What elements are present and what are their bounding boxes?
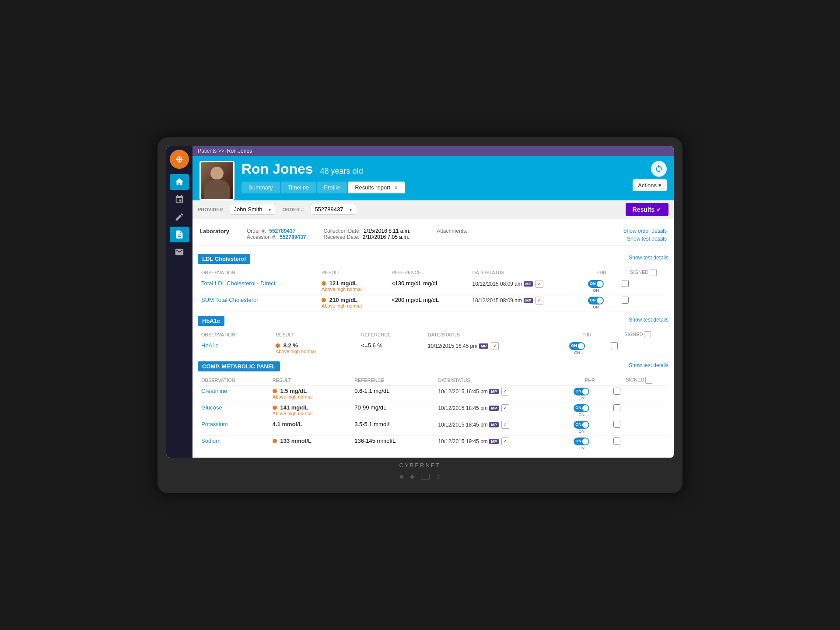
toggle-on-label: ON xyxy=(575,406,581,410)
tab-results-report[interactable]: Results report × xyxy=(348,182,405,193)
order-select[interactable]: 552789437 xyxy=(311,204,356,215)
metabolic-table-header: OBSERVATION RESULT REFERENCE DATE/STATUS… xyxy=(198,375,668,386)
device-bottom-controls xyxy=(166,470,674,482)
toggle-thumb xyxy=(597,281,603,287)
obs-phr-glucose: ON ON xyxy=(570,402,609,419)
phr-toggle[interactable]: ON ON xyxy=(574,404,589,417)
toggle-track[interactable]: ON xyxy=(588,297,604,304)
breadcrumb: Patients >> Ron Jones xyxy=(192,146,674,156)
toggle-track[interactable]: ON xyxy=(574,388,589,396)
provider-select[interactable]: John Smith xyxy=(230,204,275,215)
toggle-thumb xyxy=(582,438,588,444)
patient-photo-img xyxy=(201,162,233,199)
phr-toggle[interactable]: ON ON xyxy=(574,388,589,400)
toggle-track[interactable]: ON xyxy=(574,404,589,412)
toggle-on-label: ON xyxy=(575,422,581,427)
mp-badge: MP xyxy=(524,281,533,287)
obs-phr-hba1c: ON ON xyxy=(566,340,607,357)
hba1c-section: HbA1c Show test details OBSERVATION RESU… xyxy=(198,312,668,357)
show-order-details-link[interactable]: Show order details xyxy=(623,228,667,234)
show-test-details-link-lab[interactable]: Show test details xyxy=(627,236,667,242)
ldl-table-header: OBSERVATION RESULT REFERENCE DATE/STATUS… xyxy=(198,267,668,278)
table-row: SUM Total Cholesterol 210 mg/dL Above hi… xyxy=(198,294,668,311)
obs-ref-potassium: 3.5-5.1 mmol/L xyxy=(351,419,434,435)
col-date-3: DATE/STATUS xyxy=(434,375,570,386)
phr-toggle[interactable]: ON ON xyxy=(588,297,604,309)
metabolic-section: COMP. METABOLIC PANEL Show test details … xyxy=(198,357,668,452)
col-reference-1: REFERENCE xyxy=(388,267,469,278)
obs-signed-creatinine xyxy=(610,385,668,402)
obs-name-potassium: Potassium xyxy=(198,419,269,435)
signed-checkbox[interactable] xyxy=(611,342,618,349)
patient-header: Ron Jones 48 years old Summary Timeline … xyxy=(192,156,674,200)
content-area: Laboratory Order #: 552789437 Accession … xyxy=(192,219,674,458)
signed-checkbox[interactable] xyxy=(613,438,620,444)
tab-summary[interactable]: Summary xyxy=(242,182,280,193)
ldl-table: OBSERVATION RESULT REFERENCE DATE/STATUS… xyxy=(198,267,668,312)
sidebar-item-home[interactable] xyxy=(170,174,189,190)
phr-toggle[interactable]: ON ON xyxy=(574,421,589,434)
tab-timeline[interactable]: Timeline xyxy=(281,182,316,193)
col-signed-1: SIGNED xyxy=(618,267,668,278)
check-badge: ✓ xyxy=(536,297,543,304)
breadcrumb-patients[interactable]: Patients >> xyxy=(198,148,224,154)
obs-result-potassium: 4.1 mmol/L xyxy=(269,419,351,435)
tab-profile[interactable]: Profile xyxy=(317,182,347,193)
phr-toggle[interactable]: ON ON xyxy=(588,280,604,293)
sidebar-item-pen[interactable] xyxy=(170,209,189,225)
sidebar-item-mail[interactable] xyxy=(170,244,189,260)
ldl-show-test-details[interactable]: Show test details xyxy=(629,255,668,261)
abnormal-dot-icon xyxy=(276,343,280,348)
sync-button[interactable] xyxy=(651,161,667,177)
signed-checkbox[interactable] xyxy=(622,297,629,304)
metabolic-show-test-details[interactable]: Show test details xyxy=(629,362,668,368)
signed-checkbox[interactable] xyxy=(622,280,629,287)
signed-checkbox[interactable] xyxy=(613,388,620,395)
lab-accession-row: Accession #: 552789437 xyxy=(247,234,306,240)
hba1c-section-header: HbA1c xyxy=(198,316,224,326)
sidebar-item-calendar[interactable] xyxy=(170,192,189,207)
table-row: Creatinine 1.5 mg/dL Above high normal 0… xyxy=(198,385,668,402)
obs-phr-potassium: ON ON xyxy=(570,419,609,435)
col-date-2: DATE/STATUS xyxy=(424,329,566,340)
col-result-3: RESULT xyxy=(269,375,351,386)
mp-badge: MP xyxy=(479,343,489,349)
obs-name-glucose: Glucose xyxy=(198,402,269,419)
toggle-thumb xyxy=(582,405,588,411)
main-content: Patients >> Ron Jones Ron Jones 48 years… xyxy=(192,146,674,458)
col-observation-2: OBSERVATION xyxy=(198,329,272,340)
obs-date-hba1c: 10/12/2015 16:45 pm MP ✓ xyxy=(424,340,566,357)
abnormal-dot-icon xyxy=(322,281,326,286)
abnormal-dot-icon xyxy=(273,389,277,393)
collection-label: Collection Date: xyxy=(323,228,360,234)
sidebar-item-document[interactable] xyxy=(170,227,189,242)
toolbar: PROVIDER John Smith ORDER # 552789437 Re… xyxy=(192,200,674,219)
toggle-track[interactable]: ON xyxy=(588,280,604,288)
abnormal-dot-icon xyxy=(322,298,326,302)
breadcrumb-current: Ron Jones xyxy=(227,148,252,154)
bottom-dot-1 xyxy=(400,475,403,479)
toggle-on-text: ON xyxy=(578,396,584,400)
hba1c-show-test-details[interactable]: Show test details xyxy=(629,317,668,323)
signed-checkbox[interactable] xyxy=(613,421,620,428)
signed-checkbox[interactable] xyxy=(613,404,620,411)
phr-toggle[interactable]: ON ON xyxy=(574,438,589,450)
toggle-track[interactable]: ON xyxy=(574,421,589,429)
toggle-on-label: ON xyxy=(575,389,581,393)
toggle-track[interactable]: ON xyxy=(569,342,585,350)
results-button[interactable]: Results ✓ xyxy=(626,203,668,216)
header-actions: Actions ▾ xyxy=(633,161,667,191)
obs-date-creatinine: 10/12/2015 16:45 pm MP ✓ xyxy=(434,385,570,402)
col-signed-3: SIGNED xyxy=(610,375,668,386)
actions-button[interactable]: Actions ▾ xyxy=(633,179,667,191)
obs-ref-creatinine: 0.6-1.1 mg/dL xyxy=(351,385,434,402)
tab-close-icon[interactable]: × xyxy=(395,185,398,191)
patient-tabs: Summary Timeline Profile Results report … xyxy=(242,182,667,193)
toggle-track[interactable]: ON xyxy=(574,438,589,445)
phr-toggle[interactable]: ON ON xyxy=(569,342,585,355)
obs-result-sodium: 133 mmol/L xyxy=(269,435,351,452)
check-badge: ✓ xyxy=(501,438,509,445)
obs-result-sum-chol: 210 mg/dL Above high normal xyxy=(318,294,388,311)
app-logo[interactable] xyxy=(170,150,189,169)
provider-label: PROVIDER xyxy=(198,207,223,212)
